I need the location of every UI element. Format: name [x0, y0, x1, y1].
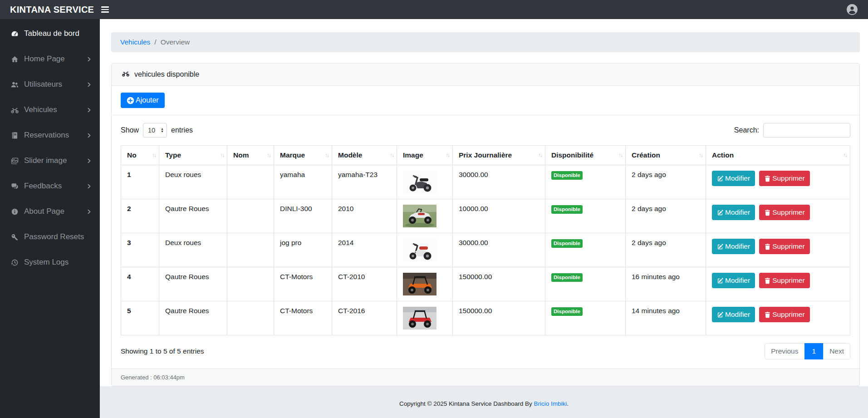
search-input[interactable]	[763, 123, 850, 138]
vehicle-photo-quad-atv	[403, 205, 436, 227]
column-header-type[interactable]: Type	[159, 146, 227, 165]
sidebar-item-reservations[interactable]: Reservations	[0, 123, 100, 148]
trash-icon	[764, 243, 771, 250]
cell-nom	[227, 165, 274, 199]
user-account-icon[interactable]	[846, 4, 858, 15]
pagination-page-1[interactable]: 1	[804, 343, 824, 359]
breadcrumb-separator: /	[154, 38, 156, 46]
status-badge: Disponible	[551, 171, 583, 180]
cell-action: Modifier Supprimer	[706, 199, 850, 233]
cell-disponibilite: Disponible	[545, 165, 626, 199]
edit-icon	[717, 311, 724, 318]
delete-button[interactable]: Supprimer	[759, 171, 810, 186]
cell-image	[397, 199, 453, 233]
history-icon	[9, 259, 20, 266]
trash-icon	[764, 311, 771, 318]
sort-icon	[446, 152, 449, 158]
page-length-select[interactable]: 10	[143, 123, 167, 138]
edit-button[interactable]: Modifier	[712, 307, 755, 322]
pagination-next[interactable]: Next	[823, 343, 850, 359]
cell-creation: 16 minutes ago	[626, 267, 706, 301]
cell-no: 2	[121, 199, 159, 233]
cell-disponibilite: Disponible	[545, 267, 626, 301]
status-badge: Disponible	[551, 273, 583, 282]
column-header-modele[interactable]: Modèle	[332, 146, 397, 165]
vehicle-photo-red-scooter	[403, 239, 436, 261]
edit-icon	[717, 175, 724, 182]
cell-prix: 30000.00	[453, 165, 545, 199]
cell-prix: 10000.00	[453, 199, 545, 233]
cell-no: 3	[121, 233, 159, 267]
status-badge: Disponible	[551, 205, 583, 214]
chevron-right-icon	[87, 184, 92, 189]
sidebar-item-system-logs[interactable]: System Logs	[0, 250, 100, 275]
pagination: Previous 1 Next	[765, 343, 850, 359]
edit-button[interactable]: Modifier	[712, 273, 755, 288]
cell-action: Modifier Supprimer	[706, 233, 850, 267]
table-row: 4 Qautre Roues CT-Motors CT-2010	[121, 267, 850, 301]
chevron-right-icon	[87, 158, 92, 163]
cell-action: Modifier Supprimer	[706, 267, 850, 301]
motorcycle-icon	[121, 70, 131, 79]
cell-type: Qautre Roues	[159, 267, 227, 301]
sidebar-item-vehicules[interactable]: Vehicules	[0, 97, 100, 123]
sidebar-item-label: Utilisateurs	[24, 80, 62, 89]
cell-no: 1	[121, 165, 159, 199]
cell-creation: 14 minutes ago	[626, 301, 706, 335]
column-header-image[interactable]: Image	[397, 146, 453, 165]
brand-title[interactable]: KINTANA SERVICE	[10, 5, 94, 15]
column-header-creation[interactable]: Création	[626, 146, 706, 165]
sidebar-item-tableau-de-bord[interactable]: Tableau de bord	[0, 21, 100, 46]
column-header-marque[interactable]: Marque	[274, 146, 332, 165]
delete-button[interactable]: Supprimer	[759, 239, 810, 254]
pagination-previous[interactable]: Previous	[765, 343, 804, 359]
delete-button[interactable]: Supprimer	[759, 273, 810, 288]
column-header-prix[interactable]: Prix Journalière	[453, 146, 545, 165]
edit-button[interactable]: Modifier	[712, 171, 755, 186]
page-footer: Copyright © 2025 Kintana Service Dashboa…	[100, 386, 868, 418]
sidebar-item-label: Vehicules	[24, 105, 57, 114]
cell-image	[397, 233, 453, 267]
sidebar-item-home-page[interactable]: Home Page	[0, 46, 100, 72]
cell-modele: yamaha-T23	[332, 165, 397, 199]
author-link[interactable]: Bricio Imbiki	[534, 400, 567, 407]
main-content: Vehicules / Overview vehicules disponibl…	[100, 19, 868, 418]
table-info-text: Showing 1 to 5 of 5 entries	[121, 347, 204, 355]
sort-icon	[220, 152, 224, 158]
edit-button[interactable]: Modifier	[712, 239, 755, 254]
column-header-disponibilite[interactable]: Disponibilité	[545, 146, 626, 165]
comments-icon	[9, 182, 20, 190]
breadcrumb-link-vehicules[interactable]: Vehicules	[120, 38, 150, 46]
info-circle-icon	[9, 208, 20, 216]
vehicle-photo-orange-utv	[403, 273, 436, 295]
add-button[interactable]: Ajouter	[121, 93, 165, 108]
sidebar-item-password-resets[interactable]: Password Resets	[0, 224, 100, 250]
show-label: Show	[121, 126, 139, 134]
sidebar-item-feedbacks[interactable]: Feedbacks	[0, 173, 100, 199]
edit-icon	[717, 243, 724, 250]
cell-modele: 2010	[332, 199, 397, 233]
key-icon	[9, 233, 20, 241]
column-header-action[interactable]: Action	[706, 146, 850, 165]
sidebar-item-slider-image[interactable]: Slider image	[0, 148, 100, 173]
sidebar-item-utilisateurs[interactable]: Utilisateurs	[0, 72, 100, 97]
sidebar-item-about-page[interactable]: About Page	[0, 199, 100, 224]
sort-icon	[843, 152, 847, 158]
delete-button[interactable]: Supprimer	[759, 307, 810, 322]
cell-modele: CT-2010	[332, 267, 397, 301]
copyright-suffix: .	[567, 400, 569, 407]
cell-no: 5	[121, 301, 159, 335]
sidebar-item-label: About Page	[24, 207, 64, 216]
sidebar-item-label: Tableau de bord	[24, 29, 79, 38]
column-header-no[interactable]: No	[121, 146, 159, 165]
cell-image	[397, 267, 453, 301]
cell-no: 4	[121, 267, 159, 301]
hamburger-menu-icon[interactable]	[101, 6, 109, 13]
column-header-nom[interactable]: Nom	[227, 146, 274, 165]
sort-icon	[152, 152, 156, 158]
cell-image	[397, 301, 453, 335]
sidebar-item-label: Slider image	[24, 156, 67, 165]
edit-button[interactable]: Modifier	[712, 205, 755, 220]
sort-icon	[325, 152, 329, 158]
delete-button[interactable]: Supprimer	[759, 205, 810, 220]
